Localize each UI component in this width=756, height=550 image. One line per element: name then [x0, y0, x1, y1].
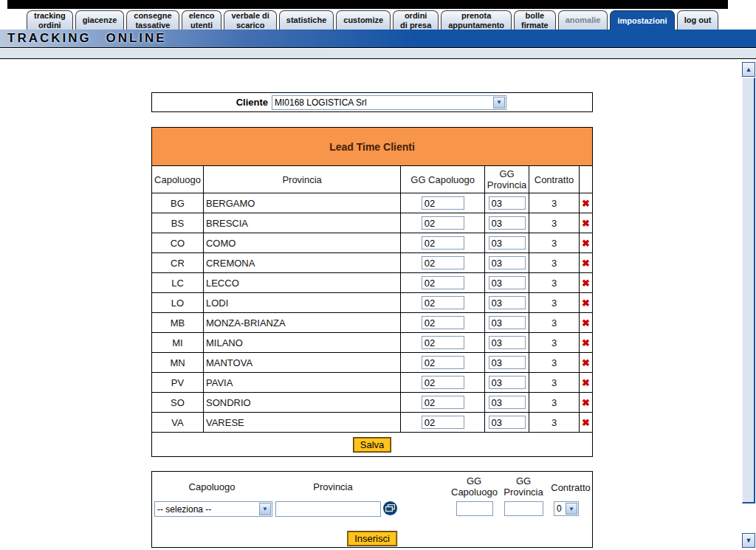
delete-row-icon[interactable]: ✖ — [582, 238, 590, 249]
provincia-input[interactable] — [275, 501, 381, 517]
table-header-row: Capoluogo Provincia GG Capoluogo GG Prov… — [152, 166, 593, 193]
gg-capoluogo-input[interactable] — [422, 336, 464, 349]
table-footer-row: Salva — [152, 433, 593, 457]
row-provincia: SONDRIO — [203, 393, 400, 413]
delete-row-icon[interactable]: ✖ — [582, 317, 590, 329]
tab-anomalie[interactable]: anomalie — [558, 10, 608, 30]
gg-provincia-input[interactable] — [489, 196, 526, 210]
row-contratto: 3 — [529, 193, 580, 213]
top-black-strip — [7, 0, 728, 9]
gg-capoluogo-input[interactable] — [422, 256, 464, 269]
gg-provincia-input[interactable] — [489, 356, 526, 369]
row-contratto: 3 — [529, 393, 580, 413]
scroll-up-icon[interactable]: ▲ — [742, 62, 755, 77]
col-header-gg-provincia: GG Provincia — [485, 166, 529, 193]
chevron-down-icon[interactable]: ▼ — [566, 503, 577, 515]
col-header-actions — [579, 166, 592, 193]
table-row: LO LODI 3 ✖ — [152, 293, 593, 313]
gg-provincia-input[interactable] — [489, 296, 526, 309]
tab-ordini-di-presa[interactable]: ordini di presa — [393, 10, 439, 30]
row-provincia: LECCO — [203, 273, 400, 293]
capoluogo-select[interactable]: -- seleziona -- ▼ — [154, 501, 272, 517]
gg-capoluogo-input[interactable] — [422, 356, 464, 369]
table-row: MI MILANO 3 ✖ — [152, 333, 593, 353]
tab-statistiche[interactable]: statistiche — [279, 10, 334, 30]
gg-provincia-input[interactable] — [489, 256, 526, 269]
gg-capoluogo-input[interactable] — [422, 296, 464, 309]
gg-capoluogo-input[interactable] — [422, 216, 464, 230]
window-picker-icon[interactable] — [383, 501, 397, 515]
gg-capoluogo-input[interactable] — [422, 376, 464, 389]
row-provincia: MANTOVA — [203, 353, 400, 373]
col-header-capoluogo: Capoluogo — [152, 166, 204, 193]
chevron-down-icon[interactable]: ▼ — [493, 97, 505, 109]
row-contratto: 3 — [529, 273, 580, 293]
gg-capoluogo-new-input[interactable] — [456, 501, 493, 516]
gg-provincia-input[interactable] — [489, 216, 526, 230]
gg-provincia-input[interactable] — [489, 316, 526, 329]
gg-provincia-new-input[interactable] — [504, 501, 543, 516]
row-provincia: MONZA-BRIANZA — [203, 313, 400, 333]
table-row: PV PAVIA 3 ✖ — [152, 373, 593, 393]
delete-row-icon[interactable]: ✖ — [582, 258, 590, 269]
contratto-select[interactable]: 0 ▼ — [554, 501, 579, 516]
add-lead-time-form: Capoluogo Provincia GG Capoluogo GG Prov… — [151, 471, 593, 548]
row-contratto: 3 — [529, 353, 580, 373]
gg-capoluogo-input[interactable] — [422, 396, 464, 409]
tab-tracking-ordini[interactable]: tracking ordini — [27, 10, 73, 30]
gg-capoluogo-input[interactable] — [422, 236, 464, 250]
gg-provincia-input[interactable] — [489, 276, 526, 289]
chevron-down-icon[interactable]: ▼ — [259, 503, 271, 515]
row-contratto: 3 — [529, 333, 580, 353]
app-logo: TRACKING ONLINE — [0, 32, 167, 46]
row-code: MN — [152, 353, 204, 373]
delete-row-icon[interactable]: ✖ — [582, 218, 590, 229]
gg-provincia-input[interactable] — [489, 236, 526, 250]
delete-row-icon[interactable]: ✖ — [582, 278, 590, 289]
tab-customize[interactable]: customize — [336, 10, 391, 30]
tab-verbale-di-scarico[interactable]: verbale di scarico — [224, 10, 276, 30]
row-contratto: 3 — [529, 253, 580, 273]
delete-row-icon[interactable]: ✖ — [582, 198, 590, 209]
table-row: BG BERGAMO 3 ✖ — [152, 193, 593, 213]
tab-prenota-appuntamento[interactable]: prenota appuntamento — [441, 10, 512, 30]
client-label: Cliente — [152, 97, 272, 108]
delete-row-icon[interactable]: ✖ — [582, 417, 590, 428]
gg-provincia-input[interactable] — [489, 336, 526, 349]
delete-row-icon[interactable]: ✖ — [582, 357, 590, 368]
table-title: Lead Time Clienti — [152, 128, 593, 166]
gg-provincia-input[interactable] — [489, 416, 526, 429]
header-sub-strip — [0, 49, 756, 59]
tab-elenco-utenti[interactable]: elenco utenti — [182, 10, 222, 30]
tab-bolle-firmate[interactable]: bolle firmate — [514, 10, 556, 30]
row-code: MB — [152, 313, 204, 333]
row-provincia: MILANO — [203, 333, 400, 353]
gg-capoluogo-input[interactable] — [422, 416, 464, 429]
row-provincia: LODI — [203, 293, 400, 313]
row-code: CO — [152, 233, 204, 253]
scrollbar-thumb[interactable] — [742, 78, 755, 503]
gg-provincia-input[interactable] — [489, 396, 526, 409]
row-code: BG — [152, 193, 204, 213]
gg-capoluogo-input[interactable] — [422, 316, 464, 329]
delete-row-icon[interactable]: ✖ — [582, 377, 590, 388]
delete-row-icon[interactable]: ✖ — [582, 298, 590, 309]
tab-giacenze[interactable]: giacenze — [75, 10, 124, 30]
tab-impostazioni[interactable]: impostazioni — [610, 10, 674, 30]
delete-row-icon[interactable]: ✖ — [582, 337, 590, 348]
gg-capoluogo-input[interactable] — [422, 276, 464, 289]
row-provincia: PAVIA — [203, 373, 400, 393]
form-label-gg-provincia: GG Provincia — [501, 476, 546, 498]
col-header-provincia: Provincia — [203, 166, 400, 193]
insert-button[interactable]: Inserisci — [348, 532, 396, 546]
gg-capoluogo-input[interactable] — [422, 196, 464, 210]
tab-consegne-tassative[interactable]: consegne tassative — [126, 10, 179, 30]
delete-row-icon[interactable]: ✖ — [582, 397, 590, 408]
gg-provincia-input[interactable] — [489, 376, 526, 389]
row-contratto: 3 — [529, 413, 580, 433]
scroll-down-icon[interactable]: ▼ — [742, 533, 755, 548]
form-label-capoluogo: Capoluogo — [152, 482, 272, 493]
client-select[interactable]: MI0168 LOGISTICA Srl ▼ — [272, 95, 506, 110]
save-button[interactable]: Salva — [354, 438, 391, 452]
tab-log-out[interactable]: log out — [677, 10, 719, 30]
